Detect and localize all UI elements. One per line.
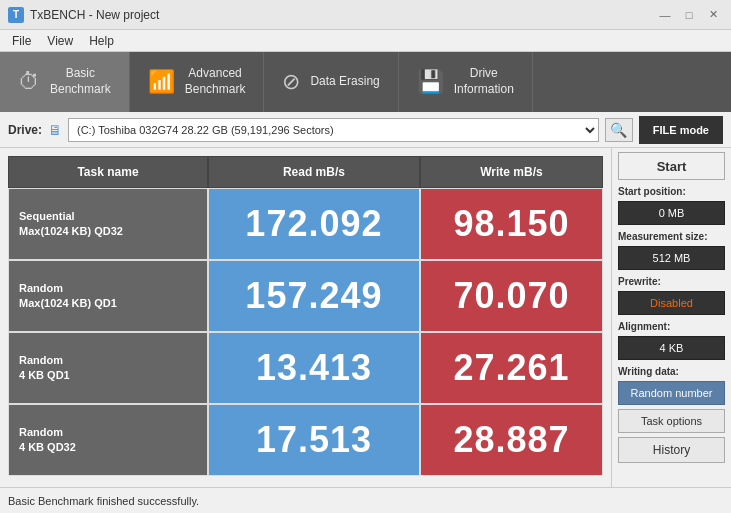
- benchmark-area: Task name Read mB/s Write mB/s Sequentia…: [0, 148, 611, 487]
- table-row: SequentialMax(1024 KB) QD32 172.092 98.1…: [8, 188, 603, 260]
- row-3-name: Random4 KB QD32: [8, 404, 208, 476]
- menu-bar: File View Help: [0, 30, 731, 52]
- col-task-name: Task name: [8, 156, 208, 188]
- row-0-name: SequentialMax(1024 KB) QD32: [8, 188, 208, 260]
- start-button[interactable]: Start: [618, 152, 725, 180]
- drive-bar: Drive: 🖥 (C:) Toshiba 032G74 28.22 GB (5…: [0, 112, 731, 148]
- row-2-name: Random4 KB QD1: [8, 332, 208, 404]
- title-bar: T TxBENCH - New project — □ ✕: [0, 0, 731, 30]
- history-button[interactable]: History: [618, 437, 725, 463]
- row-2-write: 27.261: [420, 332, 603, 404]
- alignment-value[interactable]: 4 KB: [618, 336, 725, 360]
- table-row: RandomMax(1024 KB) QD1 157.249 70.070: [8, 260, 603, 332]
- row-1-name: RandomMax(1024 KB) QD1: [8, 260, 208, 332]
- table-row: Random4 KB QD1 13.413 27.261: [8, 332, 603, 404]
- close-button[interactable]: ✕: [703, 5, 723, 25]
- menu-file[interactable]: File: [4, 32, 39, 50]
- row-3-write: 28.887: [420, 404, 603, 476]
- title-bar-controls: — □ ✕: [655, 5, 723, 25]
- row-0-write: 98.150: [420, 188, 603, 260]
- drive-information-icon: 💾: [417, 69, 444, 95]
- measurement-size-label: Measurement size:: [618, 231, 725, 242]
- toolbar-advanced-benchmark[interactable]: 📶 AdvancedBenchmark: [130, 52, 265, 112]
- basic-benchmark-icon: ⏱: [18, 69, 40, 95]
- minimize-button[interactable]: —: [655, 5, 675, 25]
- menu-help[interactable]: Help: [81, 32, 122, 50]
- table-row: Random4 KB QD32 17.513 28.887: [8, 404, 603, 476]
- toolbar: ⏱ BasicBenchmark 📶 AdvancedBenchmark ⊘ D…: [0, 52, 731, 112]
- menu-view[interactable]: View: [39, 32, 81, 50]
- drive-information-label: DriveInformation: [454, 66, 514, 97]
- col-read: Read mB/s: [208, 156, 420, 188]
- row-1-write: 70.070: [420, 260, 603, 332]
- alignment-label: Alignment:: [618, 321, 725, 332]
- writing-data-value[interactable]: Random number: [618, 381, 725, 405]
- drive-icon: 🖥: [48, 122, 62, 138]
- toolbar-basic-benchmark[interactable]: ⏱ BasicBenchmark: [0, 52, 130, 112]
- start-position-value[interactable]: 0 MB: [618, 201, 725, 225]
- task-options-button[interactable]: Task options: [618, 409, 725, 433]
- drive-label: Drive:: [8, 123, 42, 137]
- window-title: TxBENCH - New project: [30, 8, 655, 22]
- right-panel: Start Start position: 0 MB Measurement s…: [611, 148, 731, 487]
- data-erasing-label: Data Erasing: [310, 74, 379, 90]
- maximize-button[interactable]: □: [679, 5, 699, 25]
- advanced-benchmark-label: AdvancedBenchmark: [185, 66, 246, 97]
- start-position-label: Start position:: [618, 186, 725, 197]
- toolbar-data-erasing[interactable]: ⊘ Data Erasing: [264, 52, 398, 112]
- measurement-size-value[interactable]: 512 MB: [618, 246, 725, 270]
- file-mode-button[interactable]: FILE mode: [639, 116, 723, 144]
- basic-benchmark-label: BasicBenchmark: [50, 66, 111, 97]
- benchmark-table: Task name Read mB/s Write mB/s Sequentia…: [8, 156, 603, 476]
- col-write: Write mB/s: [420, 156, 603, 188]
- drive-refresh-button[interactable]: 🔍: [605, 118, 633, 142]
- row-0-read: 172.092: [208, 188, 420, 260]
- prewrite-value[interactable]: Disabled: [618, 291, 725, 315]
- toolbar-drive-information[interactable]: 💾 DriveInformation: [399, 52, 533, 112]
- drive-select[interactable]: (C:) Toshiba 032G74 28.22 GB (59,191,296…: [68, 118, 599, 142]
- status-bar: Basic Benchmark finished successfully.: [0, 487, 731, 513]
- row-3-read: 17.513: [208, 404, 420, 476]
- row-1-read: 157.249: [208, 260, 420, 332]
- main-content: Task name Read mB/s Write mB/s Sequentia…: [0, 148, 731, 487]
- app-icon: T: [8, 7, 24, 23]
- advanced-benchmark-icon: 📶: [148, 69, 175, 95]
- status-text: Basic Benchmark finished successfully.: [8, 495, 199, 507]
- row-2-read: 13.413: [208, 332, 420, 404]
- data-erasing-icon: ⊘: [282, 69, 300, 95]
- prewrite-label: Prewrite:: [618, 276, 725, 287]
- writing-data-label: Writing data:: [618, 366, 725, 377]
